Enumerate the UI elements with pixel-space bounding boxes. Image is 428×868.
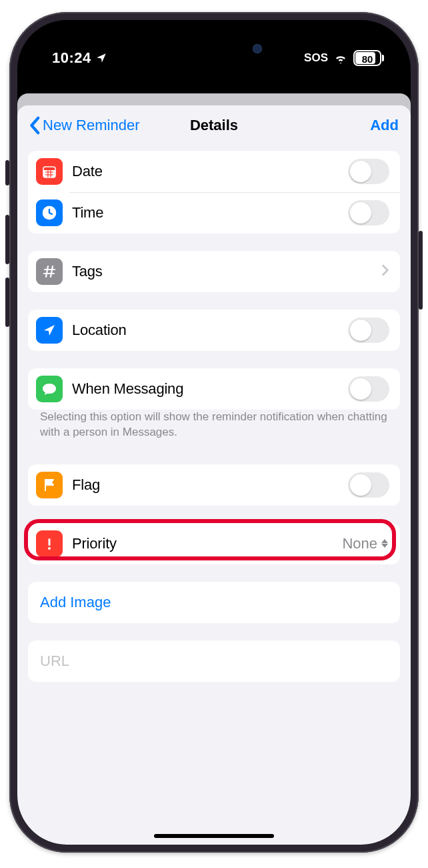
- priority-value-text: None: [342, 535, 377, 552]
- flag-toggle[interactable]: [348, 472, 389, 498]
- phone-screen: 10:24 SOS 80: [17, 20, 411, 845]
- location-label: Location: [72, 322, 348, 339]
- priority-group: Priority None: [28, 523, 400, 564]
- date-label: Date: [72, 163, 348, 180]
- url-placeholder: URL: [40, 653, 69, 670]
- flag-group: Flag: [28, 464, 400, 506]
- home-indicator[interactable]: [154, 834, 274, 838]
- date-toggle[interactable]: [348, 159, 389, 184]
- battery-indicator: 80: [353, 50, 384, 66]
- flag-icon: [36, 472, 63, 498]
- dynamic-island: [158, 35, 270, 63]
- location-arrow-icon: [36, 317, 63, 344]
- tags-row[interactable]: Tags: [28, 251, 400, 292]
- hash-icon: [36, 258, 63, 285]
- url-field[interactable]: URL: [28, 640, 400, 682]
- date-time-group: Date Time: [28, 151, 400, 234]
- tags-group: Tags: [28, 251, 400, 292]
- calendar-icon: [36, 158, 63, 185]
- svg-rect-13: [49, 538, 51, 546]
- status-time: 10:24: [52, 49, 91, 67]
- location-services-icon: [95, 52, 107, 64]
- flag-row[interactable]: Flag: [28, 464, 400, 506]
- svg-line-12: [51, 266, 53, 277]
- tags-label: Tags: [72, 263, 381, 280]
- messaging-footer: Selecting this option will show the remi…: [28, 410, 400, 443]
- time-toggle[interactable]: [348, 200, 389, 226]
- messaging-row[interactable]: When Messaging: [28, 368, 400, 410]
- flag-label: Flag: [72, 476, 348, 494]
- messaging-toggle[interactable]: [348, 376, 389, 402]
- priority-value[interactable]: None: [342, 535, 389, 552]
- url-group: URL: [28, 640, 400, 682]
- date-row[interactable]: Date: [28, 151, 400, 192]
- chevron-right-icon: [381, 264, 389, 279]
- up-down-chevron-icon: [380, 539, 389, 548]
- svg-line-11: [46, 266, 48, 277]
- phone-frame: 10:24 SOS 80: [9, 12, 419, 853]
- phone-side-button: [419, 231, 423, 310]
- location-group: Location: [28, 310, 400, 351]
- messaging-group: When Messaging: [28, 368, 400, 410]
- back-label: New Reminder: [43, 117, 140, 134]
- messaging-label: When Messaging: [72, 380, 348, 398]
- wifi-icon: [333, 53, 348, 63]
- back-button[interactable]: New Reminder: [29, 116, 140, 135]
- add-button[interactable]: Add: [370, 117, 399, 134]
- add-image-group: Add Image: [28, 582, 400, 623]
- svg-point-14: [48, 547, 51, 550]
- details-sheet: New Reminder Details Add Date: [17, 105, 411, 845]
- message-bubble-icon: [36, 376, 63, 402]
- clock-icon: [36, 199, 63, 226]
- location-toggle[interactable]: [348, 318, 389, 343]
- location-row[interactable]: Location: [28, 310, 400, 351]
- front-camera: [253, 44, 262, 53]
- sos-indicator: SOS: [304, 51, 328, 65]
- nav-bar: New Reminder Details Add: [17, 105, 411, 145]
- exclamation-icon: [36, 530, 63, 557]
- add-image-button[interactable]: Add Image: [28, 582, 400, 623]
- priority-label: Priority: [72, 535, 342, 552]
- priority-row[interactable]: Priority None: [28, 523, 400, 564]
- time-row[interactable]: Time: [28, 192, 400, 234]
- time-label: Time: [72, 204, 348, 222]
- details-content: Date Time: [17, 145, 411, 713]
